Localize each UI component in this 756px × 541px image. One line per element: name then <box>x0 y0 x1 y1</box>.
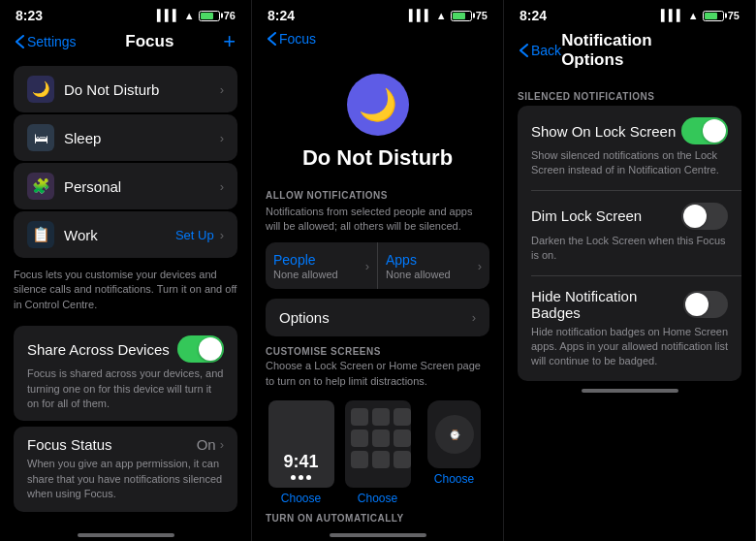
status-icons-1: ▍▍▍ ▲ 76 <box>157 10 236 22</box>
dim-lock-row[interactable]: Dim Lock Screen Darken the Lock Screen w… <box>518 191 741 275</box>
battery-icon-3 <box>703 11 724 21</box>
focus-item-sleep[interactable]: 🛏 Sleep › <box>14 114 237 161</box>
focus-description: Focus lets you customise your devices an… <box>0 260 251 320</box>
panel-notification-options: 8:24 ▍▍▍ ▲ 75 Back Notification Options … <box>504 0 756 541</box>
status-icons-3: ▍▍▍ ▲ 75 <box>661 10 740 22</box>
nav-back-2[interactable]: Focus <box>268 31 316 47</box>
nav-back-3[interactable]: Back <box>520 43 561 58</box>
home-screen-thumb <box>345 400 411 488</box>
status-icons-2: ▍▍▍ ▲ 75 <box>409 10 488 22</box>
home-indicator-2 <box>252 525 503 541</box>
home-screen-choose[interactable]: Choose <box>358 492 397 505</box>
options-row[interactable]: Options › <box>266 299 489 336</box>
screen-previews: 9:41 Choose Choose <box>252 400 503 505</box>
add-button-1[interactable]: + <box>223 31 236 52</box>
turn-on-header: TURN ON AUTOMATICALLY <box>252 505 503 525</box>
silenced-notif-header: SILENCED NOTIFICATIONS <box>504 78 755 106</box>
share-devices-label: Share Across Devices <box>27 341 170 358</box>
lock-screen-thumb: 9:41 <box>268 400 334 488</box>
sleep-icon: 🛏 <box>27 124 54 151</box>
dnd-title: Do Not Disturb <box>252 145 503 171</box>
hide-badges-toggle[interactable] <box>683 291 728 318</box>
status-bar-3: 8:24 ▍▍▍ ▲ 75 <box>504 0 755 27</box>
people-chevron: › <box>365 259 369 273</box>
personal-chevron: › <box>220 179 224 194</box>
watch-choose[interactable]: Choose <box>434 472 474 486</box>
home-indicator-3 <box>504 381 755 397</box>
people-label: People <box>273 252 338 268</box>
signal-icon-1: ▍▍▍ <box>157 10 180 22</box>
focus-status-top: Focus Status On › <box>27 436 224 453</box>
status-bar-2: 8:24 ▍▍▍ ▲ 75 <box>252 0 503 27</box>
status-time-3: 8:24 <box>520 8 547 23</box>
allow-notif-header: ALLOW NOTIFICATIONS <box>252 184 503 205</box>
focus-status-desc: When you give an app permission, it can … <box>27 457 224 501</box>
panel-dnd: 8:24 ▍▍▍ ▲ 75 Focus 🌙 Do Not Disturb ALL… <box>252 0 504 541</box>
show-lock-toggle[interactable] <box>681 117 728 144</box>
personal-label: Personal <box>64 178 220 195</box>
show-lock-desc: Show silenced notifications on the Lock … <box>531 148 728 178</box>
lock-screen-preview[interactable]: 9:41 Choose <box>266 400 336 505</box>
personal-icon: 🧩 <box>27 173 54 200</box>
chevron-left-icon-2 <box>268 32 276 46</box>
allow-notif-desc: Notifications from selected people and a… <box>252 205 503 240</box>
nav-bar-2: Focus <box>252 27 503 54</box>
battery-pct-2: 75 <box>476 10 488 21</box>
battery-fill-1 <box>201 13 214 19</box>
customise-desc: Choose a Lock Screen or Home Screen page… <box>266 359 489 389</box>
nav-back-1[interactable]: Settings <box>16 34 77 49</box>
focus-item-personal[interactable]: 🧩 Personal › <box>14 163 237 209</box>
focus-status-row[interactable]: Focus Status On › When you give an app p… <box>14 427 237 511</box>
wifi-icon-2: ▲ <box>436 10 447 21</box>
customise-section: CUSTOMISE SCREENS Choose a Lock Screen o… <box>252 338 503 400</box>
home-screen-preview[interactable]: Choose <box>342 400 413 505</box>
work-icon: 📋 <box>27 221 54 248</box>
people-selector-item[interactable]: People None allowed › <box>266 242 377 289</box>
nav-bar-3: Back Notification Options <box>504 27 755 78</box>
focus-status-value: On <box>197 436 216 453</box>
status-bar-1: 8:23 ▍▍▍ ▲ 76 <box>0 0 251 27</box>
status-time-1: 8:23 <box>16 8 43 23</box>
dnd-chevron: › <box>220 82 224 97</box>
nav-bar-1: Settings Focus + <box>0 27 251 60</box>
dnd-icon: 🌙 <box>27 76 54 103</box>
dim-lock-label: Dim Lock Screen <box>531 207 642 224</box>
share-devices-toggle[interactable] <box>177 335 224 363</box>
battery-pct-3: 75 <box>728 10 740 21</box>
home-indicator-1 <box>0 525 251 541</box>
signal-icon-2: ▍▍▍ <box>409 10 432 22</box>
notification-options-group: Show On Lock Screen Show silenced notifi… <box>518 106 741 381</box>
show-lock-row[interactable]: Show On Lock Screen Show silenced notifi… <box>518 106 741 190</box>
watch-thumb: ⌚ <box>427 400 481 468</box>
watch-preview[interactable]: ⌚ Choose <box>419 400 489 505</box>
battery-fill-2 <box>453 13 466 19</box>
show-lock-label: Show On Lock Screen <box>531 123 676 140</box>
home-bar-1 <box>78 533 174 537</box>
hide-badges-desc: Hide notification badges on Home Screen … <box>531 325 728 369</box>
signal-icon-3: ▍▍▍ <box>661 10 684 22</box>
apps-selector-item[interactable]: Apps None allowed › <box>377 242 489 289</box>
chevron-left-icon-1 <box>16 35 24 48</box>
focus-item-work[interactable]: 📋 Work Set Up › <box>14 211 237 258</box>
status-time-2: 8:24 <box>268 8 295 23</box>
share-devices-row[interactable]: Share Across Devices Focus is shared acr… <box>14 326 237 421</box>
work-setup-action[interactable]: Set Up <box>175 228 214 242</box>
focus-item-dnd[interactable]: 🌙 Do Not Disturb › <box>14 66 237 112</box>
battery-icon-2 <box>451 11 472 21</box>
wifi-icon-3: ▲ <box>688 10 699 21</box>
work-label: Work <box>64 227 175 243</box>
focus-list: 🌙 Do Not Disturb › 🛏 Sleep › 🧩 Personal … <box>0 60 251 525</box>
apps-sublabel: None allowed <box>386 269 451 280</box>
lock-screen-choose[interactable]: Choose <box>281 492 321 505</box>
options-label: Options <box>279 309 330 326</box>
customise-header: CUSTOMISE SCREENS <box>266 346 489 357</box>
hide-badges-row[interactable]: Hide Notification Badges Hide notificati… <box>518 276 741 381</box>
wifi-icon-1: ▲ <box>184 10 195 21</box>
people-sublabel: None allowed <box>273 269 338 280</box>
apps-chevron: › <box>478 259 482 273</box>
dim-lock-toggle[interactable] <box>681 203 728 230</box>
battery-pct-1: 76 <box>224 10 236 21</box>
share-devices-desc: Focus is shared across your devices, and… <box>27 366 224 411</box>
apps-label: Apps <box>386 252 451 268</box>
share-devices-top: Share Across Devices <box>27 335 224 363</box>
